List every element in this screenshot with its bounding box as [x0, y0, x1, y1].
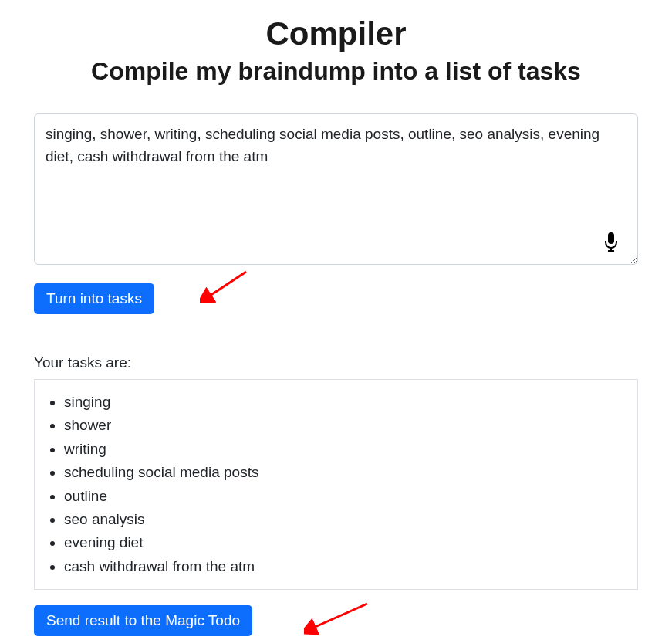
annotation-arrow-icon: [304, 598, 373, 636]
annotation-arrow-icon: [200, 268, 254, 303]
svg-line-6: [312, 604, 367, 628]
tasks-box: singing shower writing scheduling social…: [34, 379, 638, 590]
tasks-label: Your tasks are:: [34, 354, 638, 371]
compile-button-row: Turn into tasks: [34, 283, 638, 334]
list-item: seo analysis: [64, 508, 622, 531]
braindump-input[interactable]: [34, 113, 638, 265]
main-container: Compiler Compile my braindump into a lis…: [0, 0, 672, 640]
microphone-icon[interactable]: [604, 232, 618, 251]
list-item: evening diet: [64, 531, 622, 554]
send-to-magic-todo-button[interactable]: Send result to the Magic Todo: [34, 605, 252, 636]
turn-into-tasks-button[interactable]: Turn into tasks: [34, 283, 154, 314]
list-item: singing: [64, 391, 622, 414]
svg-rect-0: [608, 232, 614, 244]
list-item: shower: [64, 414, 622, 437]
list-item: cash withdrawal from the atm: [64, 555, 622, 578]
svg-line-4: [208, 272, 246, 297]
send-button-row: Send result to the Magic Todo: [34, 605, 638, 636]
page-title: Compiler: [34, 15, 638, 52]
list-item: writing: [64, 438, 622, 461]
page-subtitle: Compile my braindump into a list of task…: [34, 57, 638, 86]
textarea-wrapper: [34, 113, 638, 268]
list-item: scheduling social media posts: [64, 461, 622, 484]
list-item: outline: [64, 485, 622, 508]
tasks-list: singing shower writing scheduling social…: [50, 391, 622, 578]
